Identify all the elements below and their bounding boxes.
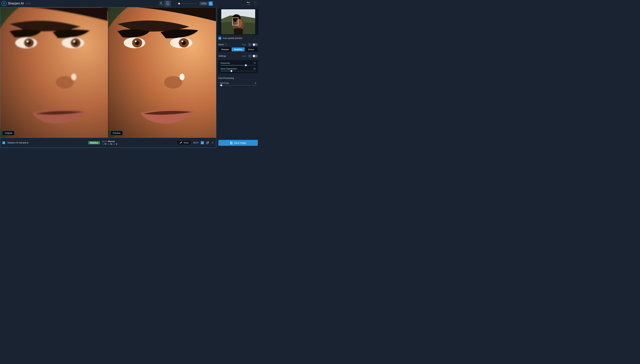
file-selected-checkbox[interactable] [2,141,5,144]
check-icon [3,142,5,144]
svg-point-28 [164,76,182,88]
redo-icon [254,2,257,4]
navigator-viewport-rect[interactable] [232,18,238,25]
close-icon [211,142,214,144]
mode-selector: Sharpen Stabilize Focus [218,47,258,52]
noise-value: 31 [253,68,256,70]
undo-icon [247,2,250,4]
bolt-icon [248,43,251,46]
check-icon [219,37,221,39]
popout-button[interactable] [206,141,209,144]
settings-panel: Sharpness 72 Noise Suppression 31 [218,60,258,73]
zoom-percent[interactable]: 100% [199,2,208,6]
popout-icon [206,142,209,144]
app-logo: S [2,1,7,6]
grain-value: 0 [255,82,256,84]
settings-header: Settings Auto [216,53,260,59]
footer-meta: Mode: Manual S: 72 N: 31 G: 0 [102,140,117,146]
zoom-slider[interactable] [175,2,197,5]
close-file-button[interactable] [211,141,214,144]
original-label: Original [2,131,14,136]
svg-point-1 [160,2,161,2]
original-pane: Original [0,7,108,138]
app-version: v2.1.0 [26,2,30,4]
settings-sidebar: Auto-update preview Mode ? Auto Sharpen … [216,7,260,138]
sharpness-label: Sharpness [220,62,230,64]
svg-rect-42 [231,143,232,144]
preview-label: Preview [111,131,123,136]
svg-rect-41 [231,142,232,142]
mode-sharpen-button[interactable]: Sharpen [219,48,232,52]
preview-pane: Preview [108,7,216,138]
save-image-button[interactable]: Save Image [218,140,258,146]
sharpness-slider[interactable] [220,65,256,66]
status-done-icon[interactable] [201,141,204,144]
original-view-button[interactable]: Original [158,0,164,6]
magnifier-icon [209,2,212,5]
mode-auto-toggle[interactable] [252,43,258,46]
svg-line-5 [211,4,212,5]
check-icon [201,142,203,144]
filename: Sharpen-AI-Sample.tif [7,142,28,144]
split-icon [166,2,169,4]
svg-point-11 [27,40,28,42]
noise-label: Noise Suppression [220,68,237,70]
redo-button[interactable]: Redo [252,0,258,6]
svg-point-16 [56,76,74,88]
navigator-panel[interactable] [218,8,258,35]
mode-header: Mode ? Auto [216,42,260,47]
original-image [0,7,108,138]
post-processing-title: Post Processing [216,75,260,80]
undo-button[interactable]: Undo [245,0,252,6]
image-icon [160,2,162,4]
footer: Sharpen-AI-Sample.tif Stabilize Mode: Ma… [0,138,260,148]
mask-button[interactable]: Mask [177,140,191,145]
svg-point-29 [179,74,184,80]
app-title: Sharpen AI [8,2,24,5]
svg-point-23 [135,40,136,42]
svg-point-17 [71,74,76,80]
auto-update-checkbox[interactable] [218,37,221,40]
proc-timer: 00:37 [193,142,199,144]
save-icon [230,142,232,144]
noise-slider[interactable] [220,71,256,71]
app-header: S Sharpen AI v2.1.0 Original View 100% [0,0,260,7]
preview-image [108,7,216,138]
svg-point-27 [181,40,183,42]
mode-badge: Stabilize [88,141,100,144]
svg-point-15 [73,40,75,42]
auto-update-row: Auto-update preview [216,35,260,42]
settings-auto-toggle[interactable] [252,54,258,58]
svg-point-4 [210,2,211,4]
grain-label: Add Grain [220,82,229,84]
app-logo-group: S Sharpen AI v2.1.0 [2,1,30,6]
image-viewer[interactable]: Original [0,7,216,138]
zoom-tool-button[interactable] [209,2,213,6]
bolt-icon [248,54,251,58]
mode-help-icon[interactable]: ? [225,44,227,46]
mode-stabilize-button[interactable]: Stabilize [232,48,245,52]
sharpness-value: 72 [253,62,256,64]
auto-update-label: Auto-update preview [223,37,258,40]
mode-focus-button[interactable]: Focus [245,48,258,52]
split-view-button[interactable]: View [164,0,171,6]
grain-slider[interactable] [220,85,256,86]
brush-icon [179,142,182,144]
